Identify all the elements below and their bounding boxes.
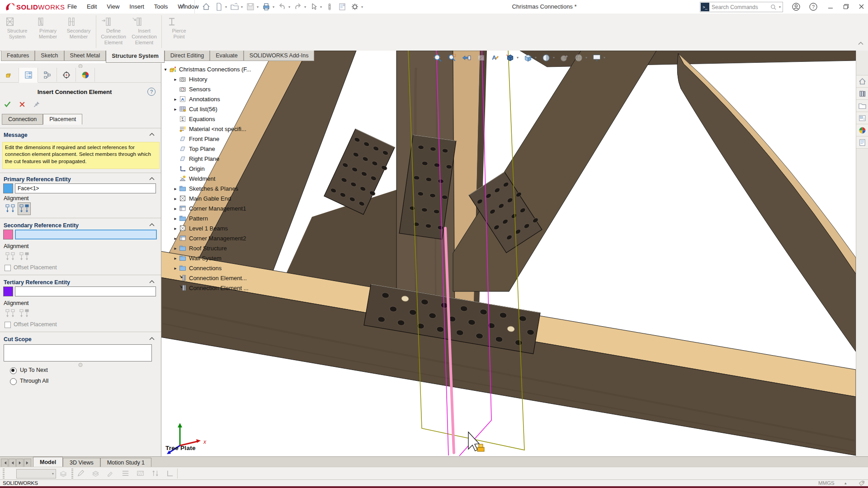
primary-reference-header[interactable]: Primary Reference Entity bbox=[4, 176, 153, 183]
dropdown-caret-icon[interactable]: ▾ bbox=[257, 5, 259, 9]
panel-tab-display-manager[interactable] bbox=[76, 68, 95, 82]
dropdown-caret-icon[interactable]: ▾ bbox=[604, 56, 605, 60]
dropdown-caret-icon[interactable]: ▾ bbox=[361, 5, 363, 9]
units-caret-icon[interactable]: ▴ bbox=[844, 481, 847, 485]
menu-insert[interactable]: Insert bbox=[124, 0, 149, 14]
tree-item-level-1-beams[interactable]: ▸Level 1 Beams bbox=[162, 223, 311, 233]
user-account-icon[interactable] bbox=[791, 2, 801, 12]
through-all-radio[interactable] bbox=[10, 378, 17, 385]
design-library-icon[interactable] bbox=[856, 88, 868, 100]
panel-tab-configurations[interactable] bbox=[38, 68, 57, 82]
dropdown-caret-icon[interactable]: ▾ bbox=[225, 5, 227, 9]
dropdown-caret-icon[interactable]: ▾ bbox=[585, 56, 587, 60]
new-document-icon[interactable] bbox=[214, 2, 224, 12]
close-button[interactable] bbox=[854, 0, 868, 13]
tree-item-front-plane[interactable]: Front Plane bbox=[162, 134, 311, 144]
tree-item-roof-structure[interactable]: ▸Roof Structure bbox=[162, 243, 311, 253]
menu-pin-icon[interactable] bbox=[179, 2, 186, 9]
align-opposite-icon[interactable] bbox=[18, 202, 31, 215]
tree-item-history[interactable]: ▸History bbox=[162, 74, 311, 84]
redo-icon[interactable] bbox=[293, 2, 303, 12]
tree-item-cut-list-56-[interactable]: ▸Cut list(56) bbox=[162, 104, 311, 114]
tree-item-origin[interactable]: Origin bbox=[162, 164, 311, 174]
tab-placement[interactable]: Placement bbox=[43, 114, 82, 125]
tree-item-connections[interactable]: ▸Connections bbox=[162, 263, 311, 273]
tree-item-right-plane[interactable]: Right Plane bbox=[162, 154, 311, 164]
help-icon[interactable]: ? bbox=[808, 2, 818, 12]
tree-item-top-plane[interactable]: Top Plane bbox=[162, 144, 311, 154]
dropdown-caret-icon[interactable]: ▾ bbox=[273, 5, 274, 9]
menu-edit[interactable]: Edit bbox=[82, 0, 102, 14]
dropdown-caret-icon[interactable]: ▾ bbox=[288, 5, 290, 9]
file-explorer-icon[interactable] bbox=[856, 100, 868, 112]
undo-icon[interactable] bbox=[277, 2, 287, 12]
style-combo[interactable]: ▾ bbox=[16, 469, 56, 479]
hide-show-annotations-icon[interactable]: A bbox=[490, 52, 500, 63]
doc-tab-motion-study-1[interactable]: Motion Study 1 bbox=[100, 458, 151, 467]
secondary-reference-header[interactable]: Secondary Reference Entity bbox=[4, 222, 153, 229]
panel-tab-property-manager[interactable] bbox=[19, 68, 38, 83]
last-tab-icon[interactable] bbox=[24, 459, 31, 467]
message-section-header[interactable]: Message bbox=[4, 132, 153, 138]
first-tab-icon[interactable] bbox=[1, 459, 8, 467]
home-icon[interactable] bbox=[201, 2, 211, 12]
ribbon-collapse-icon[interactable] bbox=[858, 42, 863, 45]
zoom-to-area-icon[interactable] bbox=[447, 52, 457, 63]
minimize-button[interactable] bbox=[824, 0, 837, 13]
cut-scope-input[interactable] bbox=[4, 344, 152, 361]
search-input[interactable] bbox=[710, 4, 770, 10]
dropdown-caret-icon[interactable]: ▾ bbox=[535, 56, 537, 60]
search-icon[interactable] bbox=[770, 4, 777, 11]
primary-reference-input[interactable]: Face<1> bbox=[15, 183, 156, 193]
custom-properties-icon[interactable] bbox=[856, 136, 868, 149]
tree-item-material-not-specifi-[interactable]: Material <not specifi... bbox=[162, 124, 311, 134]
selection-filter-icon[interactable] bbox=[325, 2, 335, 12]
appearances-icon[interactable] bbox=[856, 124, 868, 136]
tertiary-reference-input[interactable] bbox=[15, 286, 156, 296]
tree-item-weldment[interactable]: Weldment bbox=[162, 174, 311, 183]
menu-tools[interactable]: Tools bbox=[149, 0, 173, 14]
cut-scope-header[interactable]: Cut Scope bbox=[4, 336, 153, 343]
chevron-up-icon[interactable] bbox=[149, 337, 155, 340]
tab-direct-editing[interactable]: Direct Editing bbox=[165, 51, 210, 61]
restore-button[interactable] bbox=[839, 0, 853, 13]
home-icon[interactable] bbox=[856, 75, 868, 88]
save-icon[interactable] bbox=[245, 2, 255, 12]
tree-item-connection-element-[interactable]: Connection Element ... bbox=[162, 283, 311, 293]
align-same-icon[interactable] bbox=[4, 202, 17, 215]
tab-sketch[interactable]: Sketch bbox=[35, 51, 64, 61]
up-to-next-radio[interactable] bbox=[10, 367, 17, 374]
offset-placement-checkbox[interactable] bbox=[5, 322, 11, 328]
panel-tab-part[interactable] bbox=[0, 68, 19, 82]
prev-tab-icon[interactable] bbox=[9, 459, 16, 467]
doc-tab-model[interactable]: Model bbox=[33, 457, 63, 467]
dropdown-caret-icon[interactable]: ▾ bbox=[241, 5, 243, 9]
doc-tab-3d-views[interactable]: 3D Views bbox=[63, 458, 100, 467]
tertiary-reference-header[interactable]: Tertiary Reference Entity bbox=[4, 279, 153, 286]
offset-placement-checkbox[interactable] bbox=[5, 265, 11, 271]
tree-item-main-gable-end[interactable]: ▸Main Gable End bbox=[162, 193, 311, 203]
tab-evaluate[interactable]: Evaluate bbox=[210, 51, 244, 61]
tree-item-pattern[interactable]: ▸Pattern bbox=[162, 213, 311, 223]
display-style-icon[interactable] bbox=[541, 52, 551, 63]
menu-file[interactable]: File bbox=[62, 0, 82, 14]
3d-drawing-view-icon[interactable] bbox=[505, 52, 515, 63]
tree-item-sketches-planes[interactable]: ▸Sketches & Planes bbox=[162, 183, 311, 193]
view-settings-icon[interactable] bbox=[591, 52, 602, 63]
tab-solidworks-add-ins[interactable]: SOLIDWORKS Add-Ins bbox=[244, 51, 315, 61]
tree-root[interactable]: ▾Christmas Connections (F... bbox=[162, 64, 311, 74]
select-icon[interactable] bbox=[309, 2, 319, 12]
tree-item-connection-element-[interactable]: Connection Element... bbox=[162, 273, 311, 283]
tree-item-sensors[interactable]: Sensors bbox=[162, 84, 311, 94]
zoom-to-fit-icon[interactable] bbox=[432, 52, 443, 63]
tree-item-corner-management2[interactable]: ▸Corner Management2 bbox=[162, 233, 311, 243]
panel-tab-dimxpert[interactable] bbox=[57, 68, 76, 82]
chevron-up-icon[interactable] bbox=[149, 280, 155, 283]
previous-view-icon[interactable] bbox=[461, 52, 472, 63]
tree-item-equations[interactable]: ΣEquations bbox=[162, 114, 311, 124]
open-document-icon[interactable] bbox=[230, 2, 240, 12]
dropdown-caret-icon[interactable]: ▾ bbox=[553, 56, 555, 60]
print-icon[interactable] bbox=[261, 2, 271, 12]
tree-item-wall-system[interactable]: ▸Wall System bbox=[162, 253, 311, 263]
pin-button[interactable] bbox=[32, 99, 42, 109]
